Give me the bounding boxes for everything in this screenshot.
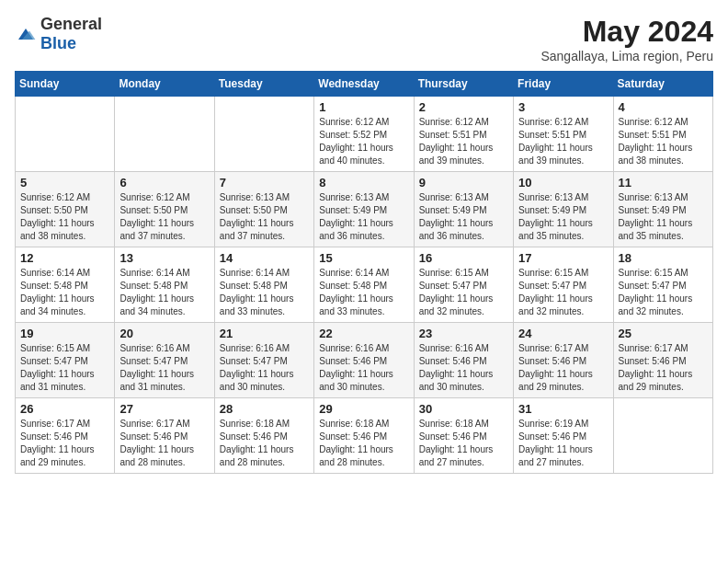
day-info: Sunrise: 6:14 AM Sunset: 5:48 PM Dayligh…	[119, 267, 209, 318]
calendar-cell: 3Sunrise: 6:12 AM Sunset: 5:51 PM Daylig…	[514, 97, 613, 172]
calendar-cell	[16, 97, 115, 172]
day-number: 11	[619, 176, 708, 190]
day-info: Sunrise: 6:12 AM Sunset: 5:51 PM Dayligh…	[518, 116, 608, 167]
title-block: May 2024 Sangallaya, Lima region, Peru	[540, 15, 713, 63]
weekday-header: Wednesday	[314, 72, 414, 97]
day-number: 13	[119, 251, 209, 265]
calendar-cell: 23Sunrise: 6:16 AM Sunset: 5:46 PM Dayli…	[414, 323, 513, 398]
weekday-header-row: SundayMondayTuesdayWednesdayThursdayFrid…	[16, 72, 713, 97]
calendar-cell: 26Sunrise: 6:17 AM Sunset: 5:46 PM Dayli…	[16, 398, 115, 474]
calendar-week-row: 1Sunrise: 6:12 AM Sunset: 5:52 PM Daylig…	[16, 97, 713, 172]
day-number: 2	[419, 100, 508, 114]
calendar-cell: 12Sunrise: 6:14 AM Sunset: 5:48 PM Dayli…	[16, 247, 115, 323]
calendar-week-row: 19Sunrise: 6:15 AM Sunset: 5:47 PM Dayli…	[16, 323, 713, 398]
calendar-cell: 31Sunrise: 6:19 AM Sunset: 5:46 PM Dayli…	[514, 398, 613, 474]
calendar-cell: 30Sunrise: 6:18 AM Sunset: 5:46 PM Dayli…	[414, 398, 513, 474]
logo: General Blue	[15, 15, 102, 53]
calendar-cell: 29Sunrise: 6:18 AM Sunset: 5:46 PM Dayli…	[314, 398, 414, 474]
calendar-cell: 25Sunrise: 6:17 AM Sunset: 5:46 PM Dayli…	[613, 323, 712, 398]
day-info: Sunrise: 6:13 AM Sunset: 5:49 PM Dayligh…	[319, 191, 408, 243]
day-info: Sunrise: 6:14 AM Sunset: 5:48 PM Dayligh…	[319, 267, 408, 318]
day-info: Sunrise: 6:15 AM Sunset: 5:47 PM Dayligh…	[619, 267, 708, 318]
day-number: 29	[319, 402, 408, 416]
day-number: 20	[119, 327, 209, 340]
calendar-week-row: 5Sunrise: 6:12 AM Sunset: 5:50 PM Daylig…	[16, 172, 713, 247]
day-info: Sunrise: 6:12 AM Sunset: 5:50 PM Dayligh…	[119, 191, 209, 243]
day-number: 10	[518, 176, 608, 190]
calendar-cell	[214, 97, 313, 172]
day-info: Sunrise: 6:17 AM Sunset: 5:46 PM Dayligh…	[619, 342, 708, 394]
day-number: 5	[20, 176, 109, 190]
day-info: Sunrise: 6:18 AM Sunset: 5:46 PM Dayligh…	[419, 418, 508, 469]
day-number: 15	[319, 251, 408, 265]
day-info: Sunrise: 6:12 AM Sunset: 5:50 PM Dayligh…	[20, 191, 109, 243]
calendar-cell: 21Sunrise: 6:16 AM Sunset: 5:47 PM Dayli…	[214, 323, 313, 398]
calendar-cell: 2Sunrise: 6:12 AM Sunset: 5:51 PM Daylig…	[414, 97, 513, 172]
calendar-cell	[115, 97, 214, 172]
weekday-header: Sunday	[16, 72, 115, 97]
weekday-header: Tuesday	[214, 72, 313, 97]
logo-general: General	[40, 15, 102, 33]
day-number: 27	[119, 402, 209, 416]
calendar-cell: 14Sunrise: 6:14 AM Sunset: 5:48 PM Dayli…	[214, 247, 313, 323]
day-info: Sunrise: 6:15 AM Sunset: 5:47 PM Dayligh…	[20, 342, 109, 394]
month-title: May 2024	[540, 15, 713, 49]
day-info: Sunrise: 6:14 AM Sunset: 5:48 PM Dayligh…	[220, 267, 309, 318]
calendar-cell: 1Sunrise: 6:12 AM Sunset: 5:52 PM Daylig…	[314, 97, 414, 172]
day-info: Sunrise: 6:12 AM Sunset: 5:51 PM Dayligh…	[619, 116, 708, 167]
day-number: 9	[419, 176, 508, 190]
logo-blue: Blue	[40, 34, 76, 52]
day-number: 28	[220, 402, 309, 416]
calendar-cell: 6Sunrise: 6:12 AM Sunset: 5:50 PM Daylig…	[115, 172, 214, 247]
day-info: Sunrise: 6:16 AM Sunset: 5:46 PM Dayligh…	[319, 342, 408, 394]
day-number: 3	[518, 100, 608, 114]
calendar-cell: 22Sunrise: 6:16 AM Sunset: 5:46 PM Dayli…	[314, 323, 414, 398]
calendar-cell: 28Sunrise: 6:18 AM Sunset: 5:46 PM Dayli…	[214, 398, 313, 474]
day-number: 14	[220, 251, 309, 265]
day-number: 23	[419, 327, 508, 340]
calendar-cell: 5Sunrise: 6:12 AM Sunset: 5:50 PM Daylig…	[16, 172, 115, 247]
day-number: 7	[220, 176, 309, 190]
calendar-cell	[613, 398, 712, 474]
day-info: Sunrise: 6:15 AM Sunset: 5:47 PM Dayligh…	[419, 267, 508, 318]
calendar-cell: 7Sunrise: 6:13 AM Sunset: 5:50 PM Daylig…	[214, 172, 313, 247]
day-info: Sunrise: 6:16 AM Sunset: 5:47 PM Dayligh…	[119, 342, 209, 394]
day-info: Sunrise: 6:18 AM Sunset: 5:46 PM Dayligh…	[319, 418, 408, 469]
day-info: Sunrise: 6:18 AM Sunset: 5:46 PM Dayligh…	[220, 418, 309, 469]
logo-icon	[15, 25, 37, 43]
day-number: 6	[119, 176, 209, 190]
weekday-header: Thursday	[414, 72, 513, 97]
day-number: 31	[518, 402, 608, 416]
weekday-header: Saturday	[613, 72, 712, 97]
day-info: Sunrise: 6:16 AM Sunset: 5:47 PM Dayligh…	[220, 342, 309, 394]
day-info: Sunrise: 6:12 AM Sunset: 5:52 PM Dayligh…	[319, 116, 408, 167]
calendar-cell: 13Sunrise: 6:14 AM Sunset: 5:48 PM Dayli…	[115, 247, 214, 323]
calendar-cell: 20Sunrise: 6:16 AM Sunset: 5:47 PM Dayli…	[115, 323, 214, 398]
day-number: 12	[20, 251, 109, 265]
day-number: 30	[419, 402, 508, 416]
day-number: 26	[20, 402, 109, 416]
calendar-cell: 17Sunrise: 6:15 AM Sunset: 5:47 PM Dayli…	[514, 247, 613, 323]
day-info: Sunrise: 6:17 AM Sunset: 5:46 PM Dayligh…	[20, 418, 109, 469]
day-info: Sunrise: 6:13 AM Sunset: 5:50 PM Dayligh…	[220, 191, 309, 243]
calendar-cell: 16Sunrise: 6:15 AM Sunset: 5:47 PM Dayli…	[414, 247, 513, 323]
logo-text: General Blue	[40, 15, 102, 53]
day-number: 16	[419, 251, 508, 265]
day-number: 25	[619, 327, 708, 340]
calendar-cell: 4Sunrise: 6:12 AM Sunset: 5:51 PM Daylig…	[613, 97, 712, 172]
day-number: 19	[20, 327, 109, 340]
day-number: 1	[319, 100, 408, 114]
weekday-header: Friday	[514, 72, 613, 97]
calendar-cell: 9Sunrise: 6:13 AM Sunset: 5:49 PM Daylig…	[414, 172, 513, 247]
day-number: 18	[619, 251, 708, 265]
day-info: Sunrise: 6:13 AM Sunset: 5:49 PM Dayligh…	[518, 191, 608, 243]
day-number: 17	[518, 251, 608, 265]
day-number: 4	[619, 100, 708, 114]
day-info: Sunrise: 6:13 AM Sunset: 5:49 PM Dayligh…	[619, 191, 708, 243]
day-info: Sunrise: 6:17 AM Sunset: 5:46 PM Dayligh…	[119, 418, 209, 469]
calendar-cell: 8Sunrise: 6:13 AM Sunset: 5:49 PM Daylig…	[314, 172, 414, 247]
calendar-cell: 11Sunrise: 6:13 AM Sunset: 5:49 PM Dayli…	[613, 172, 712, 247]
calendar-cell: 27Sunrise: 6:17 AM Sunset: 5:46 PM Dayli…	[115, 398, 214, 474]
calendar-week-row: 26Sunrise: 6:17 AM Sunset: 5:46 PM Dayli…	[16, 398, 713, 474]
weekday-header: Monday	[115, 72, 214, 97]
